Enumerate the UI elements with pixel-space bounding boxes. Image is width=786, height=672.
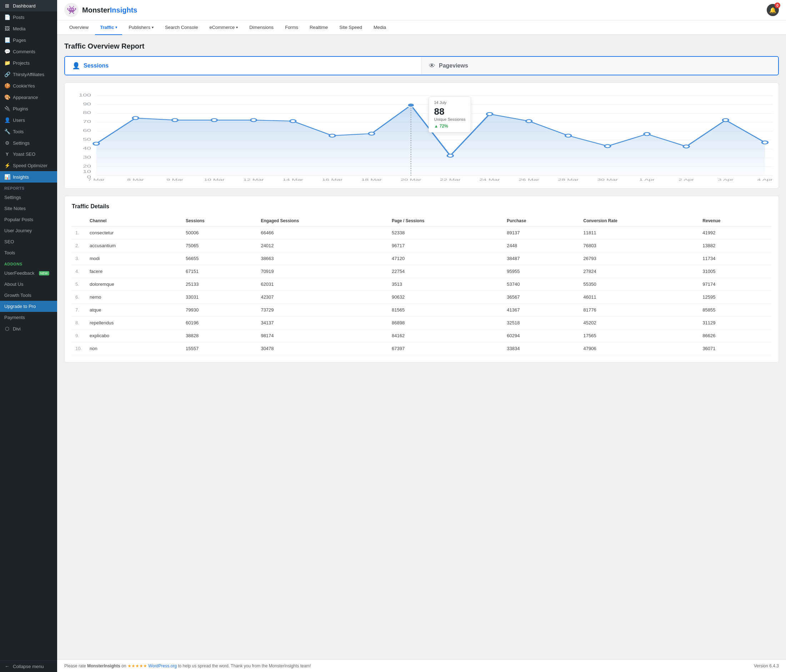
sessions-icon: 👤 [72,62,80,70]
sidebar-item-payments[interactable]: Payments [0,312,57,323]
tab-traffic[interactable]: Traffic ▾ [95,20,122,35]
sidebar-item-popular-posts[interactable]: Popular Posts [0,214,57,225]
notification-button[interactable]: 🔔 0 [767,4,779,16]
tab-overview[interactable]: Overview [64,20,94,35]
sidebar-item-userfeedback[interactable]: UserFeedback NEW [0,268,57,279]
row-num: 7. [72,304,86,316]
sidebar-item-projects[interactable]: 📁 Projects [0,57,57,69]
sidebar-item-growth-tools[interactable]: Growth Tools [0,290,57,301]
svg-text:30 Mar: 30 Mar [597,178,618,181]
row-page-sessions: 22754 [388,265,503,278]
row-page-sessions: 90632 [388,291,503,304]
bell-icon: 🔔 [769,7,777,14]
row-purchase: 89137 [503,227,580,239]
tab-media[interactable]: Media [369,20,391,35]
svg-point-33 [407,103,415,107]
tab-publishers[interactable]: Publishers ▾ [124,20,159,35]
sidebar-item-upgrade[interactable]: Upgrade to Pro [0,301,57,312]
svg-point-29 [251,119,257,122]
footer-version: Version 6.4.3 [754,663,779,669]
sidebar-item-speed[interactable]: ⚡ Speed Optimizer [0,160,57,171]
sidebar-item-collapse[interactable]: ← Collapse menu [0,660,57,672]
pages-icon: 📃 [4,37,10,43]
row-revenue: 31005 [699,265,771,278]
row-purchase: 36567 [503,291,580,304]
row-page-sessions: 84162 [388,329,503,342]
notification-badge: 0 [775,3,780,8]
sidebar-item-plugins[interactable]: 🔌 Plugins [0,103,57,114]
sidebar-tools-label[interactable]: Tools [0,247,57,258]
new-badge: NEW [39,271,49,275]
sidebar-item-seo[interactable]: SEO [0,236,57,247]
topbar: 👾 MonsterInsights 🔔 0 [57,0,786,20]
row-purchase: 95955 [503,265,580,278]
svg-point-34 [448,154,454,157]
row-num: 8. [72,316,86,329]
sessions-card[interactable]: 👤 Sessions [65,57,422,75]
row-conv-rate: 26793 [580,252,699,265]
tab-search-console[interactable]: Search Console [160,20,203,35]
sidebar-item-appearance[interactable]: 🎨 Appearance [0,91,57,103]
row-conv-rate: 11811 [580,227,699,239]
footer-wordpress-link[interactable]: WordPress.org [148,663,177,669]
row-channel: accusantium [86,239,182,252]
sidebar-item-media[interactable]: 🖼 Media [0,23,57,34]
svg-text:60: 60 [83,128,91,132]
sidebar-item-dashboard[interactable]: ⊞ Dashboard [0,0,57,11]
sidebar-item-users[interactable]: 👤 Users [0,114,57,126]
sidebar-item-user-journey[interactable]: User Journey [0,225,57,236]
sidebar-item-yoast[interactable]: Y Yoast SEO [0,149,57,160]
sidebar-item-cookieyes[interactable]: 🍪 CookieYes [0,80,57,91]
svg-text:18 Mar: 18 Mar [362,178,382,181]
table-row: 4. facere 67151 70919 22754 95955 27824 … [72,265,771,278]
sidebar-item-tools[interactable]: 🔧 Tools [0,126,57,137]
tab-forms[interactable]: Forms [280,20,303,35]
col-conv-rate: Conversion Rate [580,216,699,227]
row-engaged: 98174 [257,329,388,342]
table-row: 9. explicabo 38828 98174 84162 60294 175… [72,329,771,342]
row-page-sessions: 47120 [388,252,503,265]
plugins-icon: 🔌 [4,106,10,112]
projects-icon: 📁 [4,60,10,66]
main-content: 👾 MonsterInsights 🔔 0 Overview Traffic ▾… [57,0,786,672]
tab-dimensions[interactable]: Dimensions [244,20,278,35]
sidebar-item-posts[interactable]: 📄 Posts [0,11,57,23]
col-channel: Channel [86,216,182,227]
sidebar-item-thirsty[interactable]: 🔗 ThirstyAffiliates [0,69,57,80]
row-num: 1. [72,227,86,239]
row-revenue: 31129 [699,316,771,329]
row-conv-rate: 45202 [580,316,699,329]
row-sessions: 60196 [182,316,257,329]
row-num: 2. [72,239,86,252]
ecommerce-dropdown-arrow: ▾ [236,25,238,29]
sidebar-item-insights[interactable]: 📊 Insights [0,171,57,183]
table-row: 3. modi 56655 38663 47120 38487 26793 11… [72,252,771,265]
sidebar-item-divi[interactable]: ⬡ Divi [0,323,57,334]
cookieyes-icon: 🍪 [4,83,10,88]
tab-site-speed[interactable]: Site Speed [334,20,367,35]
traffic-details: Traffic Details Channel Sessions Engaged… [64,196,779,363]
row-conv-rate: 81776 [580,304,699,316]
row-channel: explicabo [86,329,182,342]
sidebar-item-about-us[interactable]: About Us [0,279,57,290]
tab-realtime[interactable]: Realtime [305,20,333,35]
footer: Please rate MonsterInsights on ★★★★★ Wor… [57,659,786,672]
tab-ecommerce[interactable]: eCommerce ▾ [204,20,243,35]
svg-text:3 Apr: 3 Apr [718,178,734,181]
col-num [72,216,86,227]
col-revenue: Revenue [699,216,771,227]
row-page-sessions: 81565 [388,304,503,316]
sidebar-item-comments[interactable]: 💬 Comments [0,46,57,57]
sidebar-item-report-settings[interactable]: Settings [0,192,57,203]
svg-text:100: 100 [79,93,91,97]
svg-text:4 Apr: 4 Apr [757,178,773,181]
table-row: 2. accusantium 75065 24012 96717 2448 76… [72,239,771,252]
col-engaged: Engaged Sessions [257,216,388,227]
sidebar-item-pages[interactable]: 📃 Pages [0,34,57,46]
sidebar-item-settings[interactable]: ⚙ Settings [0,137,57,149]
sidebar-item-site-notes[interactable]: Site Notes [0,203,57,214]
brand: 👾 MonsterInsights [64,3,137,17]
pageviews-card[interactable]: 👁 Pageviews [422,57,778,75]
metric-cards: 👤 Sessions 👁 Pageviews [64,56,779,76]
svg-text:👾: 👾 [67,5,77,15]
